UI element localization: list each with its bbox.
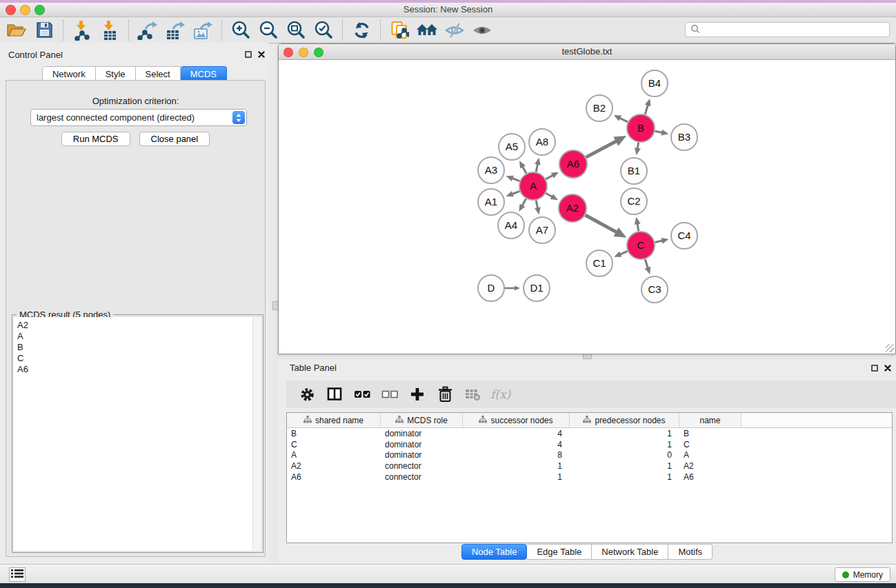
import-table-icon[interactable] bbox=[96, 19, 123, 42]
cell-predecessor-nodes[interactable]: 1 bbox=[570, 461, 679, 471]
edge-C-C4[interactable] bbox=[655, 240, 666, 243]
zoom-in-icon[interactable] bbox=[227, 19, 255, 42]
tab-edge-table[interactable]: Edge Table bbox=[527, 544, 592, 560]
edge-A-A4[interactable] bbox=[520, 199, 526, 209]
memory-button[interactable]: Memory bbox=[835, 567, 890, 582]
mcds-result-item[interactable]: B bbox=[17, 342, 252, 353]
task-history-button[interactable] bbox=[9, 567, 26, 582]
open-file-icon[interactable] bbox=[3, 19, 30, 42]
tab-node-table[interactable]: Node Table bbox=[461, 544, 528, 560]
cell-predecessor-nodes[interactable]: 0 bbox=[570, 450, 679, 460]
export-network-icon[interactable] bbox=[134, 19, 161, 42]
network-window-titlebar[interactable]: testGlobe.txt bbox=[279, 44, 895, 60]
table-row[interactable]: Adominator80A bbox=[287, 450, 892, 461]
edge-B-B3[interactable] bbox=[655, 131, 666, 133]
select-all-icon[interactable] bbox=[350, 383, 375, 406]
edge-A-A5[interactable] bbox=[521, 163, 526, 174]
run-mcds-button[interactable]: Run MCDS bbox=[61, 132, 130, 146]
deselect-all-icon[interactable] bbox=[377, 383, 402, 406]
float-panel-icon[interactable] bbox=[245, 50, 252, 60]
cell-shared-name[interactable]: C bbox=[287, 440, 381, 449]
cell-MCDS-role[interactable]: dominator bbox=[381, 429, 463, 438]
cell-shared-name[interactable]: B bbox=[287, 429, 381, 438]
function-builder-button[interactable]: f(x) bbox=[488, 387, 510, 401]
mcds-result-list[interactable]: A2ABCA6 bbox=[14, 317, 253, 551]
float-panel-icon[interactable] bbox=[871, 363, 878, 374]
cell-name[interactable]: C bbox=[679, 440, 741, 449]
cell-name[interactable]: A bbox=[679, 450, 741, 460]
cell-predecessor-nodes[interactable]: 1 bbox=[570, 472, 679, 482]
import-network-icon[interactable] bbox=[68, 19, 96, 42]
list-scrollbar[interactable] bbox=[252, 317, 261, 551]
edge-A-A7[interactable] bbox=[536, 201, 538, 212]
network-graph[interactable]: B4B2BB3A5A8A6A3B1AA1C2A2A4A7C4CC1DD1C3 bbox=[279, 60, 895, 353]
column-header-successor-nodes[interactable]: successor nodes bbox=[463, 413, 570, 427]
edge-C-C3[interactable] bbox=[645, 259, 649, 272]
close-window-button[interactable] bbox=[6, 5, 16, 15]
mcds-result-item[interactable]: A6 bbox=[17, 364, 252, 375]
cell-MCDS-role[interactable]: dominator bbox=[381, 450, 463, 460]
network-minimize-button[interactable] bbox=[299, 48, 308, 57]
cell-successor-nodes[interactable]: 1 bbox=[463, 472, 570, 482]
edge-A-A2[interactable] bbox=[546, 193, 555, 199]
edge-A-A8[interactable] bbox=[536, 160, 538, 172]
eye-icon[interactable] bbox=[468, 19, 496, 42]
close-panel-icon[interactable] bbox=[884, 363, 891, 374]
table-row[interactable]: Bdominator41B bbox=[287, 428, 892, 439]
minimize-window-button[interactable] bbox=[20, 5, 30, 15]
zoom-window-button[interactable] bbox=[34, 5, 45, 15]
mcds-result-item[interactable]: A2 bbox=[17, 320, 252, 331]
cell-predecessor-nodes[interactable]: 1 bbox=[570, 429, 679, 438]
cell-successor-nodes[interactable]: 4 bbox=[463, 429, 570, 438]
cell-successor-nodes[interactable]: 1 bbox=[463, 461, 570, 471]
export-image-icon[interactable] bbox=[189, 19, 217, 42]
cell-successor-nodes[interactable]: 4 bbox=[463, 440, 570, 449]
resize-grip-icon[interactable] bbox=[886, 344, 894, 352]
eye-blocked-icon[interactable] bbox=[441, 19, 468, 42]
edge-A6-B[interactable] bbox=[586, 138, 623, 157]
cell-shared-name[interactable]: A bbox=[287, 450, 381, 460]
refresh-icon[interactable] bbox=[348, 19, 375, 42]
add-column-icon[interactable] bbox=[405, 383, 430, 406]
duplicate-network-icon[interactable] bbox=[386, 19, 413, 42]
search-input[interactable] bbox=[704, 24, 889, 35]
edge-C-C1[interactable] bbox=[617, 251, 628, 256]
edge-B-B4[interactable] bbox=[645, 101, 649, 114]
tab-network-table[interactable]: Network Table bbox=[592, 544, 668, 560]
criterion-dropdown[interactable]: largest connected component (directed) bbox=[30, 109, 247, 126]
column-header-MCDS-role[interactable]: MCDS role bbox=[381, 413, 463, 427]
cell-MCDS-role[interactable]: connector bbox=[381, 472, 463, 482]
edge-B-B1[interactable] bbox=[637, 143, 638, 153]
cell-shared-name[interactable]: A2 bbox=[287, 461, 381, 471]
edge-B-B2[interactable] bbox=[616, 116, 628, 122]
zoom-fit-icon[interactable] bbox=[282, 19, 310, 42]
delete-column-icon[interactable] bbox=[432, 383, 457, 406]
column-header-shared-name[interactable]: shared name bbox=[287, 413, 381, 427]
network-canvas[interactable]: B4B2BB3A5A8A6A3B1AA1C2A2A4A7C4CC1DD1C3 bbox=[279, 60, 895, 353]
edge-A-A3[interactable] bbox=[508, 177, 519, 181]
delete-table-icon[interactable] bbox=[460, 383, 485, 406]
edge-A-A1[interactable] bbox=[508, 191, 519, 195]
search-box[interactable] bbox=[685, 22, 890, 37]
zoom-out-icon[interactable] bbox=[255, 19, 282, 42]
column-header-predecessor-nodes[interactable]: predecessor nodes bbox=[570, 413, 679, 427]
app-titlebar[interactable]: Session: New Session bbox=[0, 3, 896, 17]
tab-motifs[interactable]: Motifs bbox=[668, 544, 713, 560]
cell-MCDS-role[interactable]: connector bbox=[381, 461, 463, 471]
zoom-selected-icon[interactable] bbox=[310, 19, 337, 42]
column-view-icon[interactable] bbox=[322, 383, 347, 406]
close-panel-icon[interactable] bbox=[258, 50, 265, 60]
edge-A-A6[interactable] bbox=[546, 174, 556, 179]
cell-name[interactable]: A2 bbox=[679, 461, 741, 471]
cell-name[interactable]: B bbox=[679, 429, 741, 438]
edge-A2-C[interactable] bbox=[585, 215, 622, 236]
export-table-icon[interactable] bbox=[161, 19, 189, 42]
table-row[interactable]: A2connector11A2 bbox=[287, 460, 892, 472]
close-panel-button[interactable]: Close panel bbox=[139, 132, 210, 146]
gear-icon[interactable] bbox=[295, 383, 319, 406]
network-view-window[interactable]: testGlobe.txt B4B2BB3A5A8A6A3B1AA1C2A2A4… bbox=[278, 43, 896, 354]
mcds-result-item[interactable]: A bbox=[17, 331, 252, 342]
save-session-icon[interactable] bbox=[30, 19, 58, 42]
network-zoom-button[interactable] bbox=[314, 48, 323, 57]
cell-shared-name[interactable]: A6 bbox=[287, 472, 381, 482]
